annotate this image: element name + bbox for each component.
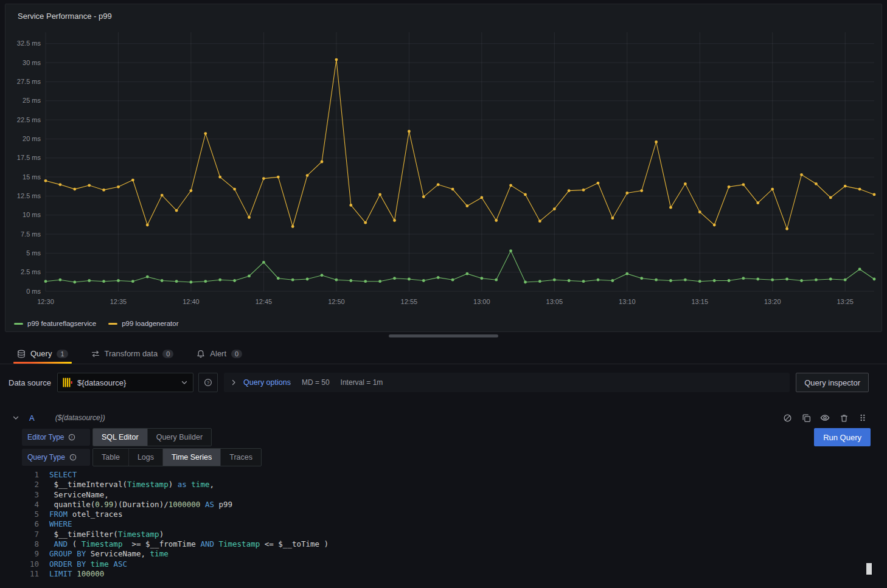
code-text: ORDER BY time ASC bbox=[49, 559, 127, 569]
svg-text:12:45: 12:45 bbox=[256, 298, 273, 305]
query-options-bar[interactable]: Query options MD = 50 Interval = 1m bbox=[224, 373, 790, 392]
code-text: LIMIT 100000 bbox=[49, 569, 104, 579]
editor-type-option-query-builder[interactable]: Query Builder bbox=[147, 429, 211, 446]
sql-code-editor[interactable]: 1SELECT2 $__timeInterval(Timestamp) as t… bbox=[22, 470, 872, 581]
datasource-help-button[interactable]: ? bbox=[198, 373, 218, 392]
code-line-10[interactable]: 10ORDER BY time ASC bbox=[22, 559, 872, 569]
line-number: 2 bbox=[22, 480, 39, 489]
tab-alert[interactable]: Alert 0 bbox=[189, 344, 249, 364]
svg-text:7.5 ms: 7.5 ms bbox=[21, 230, 41, 238]
datasource-value: ${datasource} bbox=[77, 378, 176, 387]
tab-count-badge: 0 bbox=[231, 350, 242, 358]
svg-text:22.5 ms: 22.5 ms bbox=[17, 116, 41, 123]
code-text: quantile(0.99)(Duration)/1000000 AS p99 bbox=[49, 500, 232, 510]
chevron-right-icon bbox=[230, 379, 237, 386]
collapse-chevron-icon[interactable] bbox=[12, 414, 19, 421]
line-number: 4 bbox=[22, 500, 39, 510]
svg-text:32.5 ms: 32.5 ms bbox=[17, 40, 41, 47]
clickhouse-logo-icon bbox=[63, 378, 72, 387]
datasource-picker[interactable]: ${datasource} bbox=[57, 373, 193, 392]
editor-tabs-bar: Query 1 Transform data 0 Alert 0 bbox=[0, 344, 887, 364]
line-number: 8 bbox=[22, 539, 39, 549]
code-line-4[interactable]: 4 quantile(0.99)(Duration)/1000000 AS p9… bbox=[22, 500, 872, 510]
svg-text:20 ms: 20 ms bbox=[23, 135, 41, 142]
query-inspector-button[interactable]: Query inspector bbox=[796, 373, 869, 392]
legend-series-label: p99 loadgenerator bbox=[122, 320, 178, 327]
svg-text:i: i bbox=[72, 435, 73, 439]
code-line-8[interactable]: 8 AND ( Timestamp >= $__fromTime AND Tim… bbox=[22, 539, 872, 549]
tab-query[interactable]: Query 1 bbox=[10, 344, 75, 364]
legend-series-marker bbox=[108, 323, 117, 325]
editor-type-row: Editor Type i SQL EditorQuery Builder bbox=[22, 428, 212, 446]
legend-item[interactable]: p99 loadgenerator bbox=[108, 320, 178, 327]
svg-text:13:00: 13:00 bbox=[473, 298, 490, 305]
chart-legend: p99 featureflagservicep99 loadgenerator bbox=[14, 320, 179, 327]
query-type-row: Query Type i TableLogsTime SeriesTraces bbox=[22, 448, 262, 466]
duplicate-query-button[interactable] bbox=[800, 412, 812, 424]
svg-text:27.5 ms: 27.5 ms bbox=[17, 78, 41, 85]
max-data-points-stat: MD = 50 bbox=[302, 378, 330, 387]
code-line-3[interactable]: 3 ServiceName, bbox=[22, 490, 872, 500]
query-type-option-logs[interactable]: Logs bbox=[128, 449, 162, 466]
panel-resize-handle[interactable] bbox=[389, 334, 498, 337]
code-line-6[interactable]: 6WHERE bbox=[22, 519, 872, 529]
drag-query-handle[interactable] bbox=[857, 412, 869, 424]
code-lines: 1SELECT2 $__timeInterval(Timestamp) as t… bbox=[22, 470, 872, 579]
editor-scrollbar-thumb[interactable] bbox=[866, 563, 872, 575]
trash-icon bbox=[840, 413, 849, 423]
svg-text:2.5 ms: 2.5 ms bbox=[21, 268, 41, 275]
copy-icon bbox=[802, 413, 811, 423]
query-datasource-hint: (${datasource}) bbox=[55, 413, 105, 422]
delete-query-button[interactable] bbox=[838, 412, 850, 424]
svg-text:10 ms: 10 ms bbox=[23, 211, 41, 218]
info-circle-icon: i bbox=[68, 434, 75, 441]
code-text: $__timeFilter(Timestamp) bbox=[49, 530, 164, 539]
editor-type-label-chip: Editor Type i bbox=[22, 429, 90, 446]
svg-text:i: i bbox=[72, 455, 74, 459]
query-type-option-table[interactable]: Table bbox=[93, 449, 128, 466]
timeseries-panel: Service Performance - p99 0 ms2.5 ms5 ms… bbox=[5, 4, 882, 332]
line-number: 5 bbox=[22, 510, 39, 519]
line-number: 7 bbox=[22, 530, 39, 539]
svg-text:12:50: 12:50 bbox=[328, 298, 345, 305]
svg-text:17.5 ms: 17.5 ms bbox=[17, 154, 41, 161]
query-ref-id[interactable]: A bbox=[29, 413, 35, 423]
database-icon bbox=[17, 350, 26, 358]
svg-text:13:25: 13:25 bbox=[837, 298, 854, 305]
transform-icon bbox=[91, 350, 100, 358]
toggle-visibility-button[interactable] bbox=[819, 412, 831, 424]
code-line-9[interactable]: 9GROUP BY ServiceName, time bbox=[22, 549, 872, 559]
timeseries-chart[interactable]: 0 ms2.5 ms5 ms7.5 ms10 ms12.5 ms15 ms17.… bbox=[8, 25, 880, 312]
svg-text:12:35: 12:35 bbox=[110, 298, 127, 305]
query-type-option-time-series[interactable]: Time Series bbox=[162, 449, 220, 466]
editor-type-switch: SQL EditorQuery Builder bbox=[92, 428, 212, 446]
interval-stat: Interval = 1m bbox=[341, 378, 383, 387]
svg-text:0 ms: 0 ms bbox=[26, 288, 41, 295]
query-actions bbox=[781, 412, 869, 424]
query-type-option-traces[interactable]: Traces bbox=[220, 449, 261, 466]
run-query-button[interactable]: Run Query bbox=[814, 428, 871, 446]
query-options-link[interactable]: Query options bbox=[243, 378, 291, 387]
line-number: 11 bbox=[22, 569, 39, 579]
svg-text:12:40: 12:40 bbox=[183, 298, 200, 305]
code-text: GROUP BY ServiceName, time bbox=[49, 549, 169, 559]
legend-item[interactable]: p99 featureflagservice bbox=[14, 320, 96, 327]
code-line-7[interactable]: 7 $__timeFilter(Timestamp) bbox=[22, 530, 872, 539]
code-line-11[interactable]: 11LIMIT 100000 bbox=[22, 569, 872, 579]
svg-text:12:30: 12:30 bbox=[37, 298, 54, 305]
code-line-1[interactable]: 1SELECT bbox=[22, 470, 872, 480]
eye-icon bbox=[820, 413, 830, 423]
editor-type-option-sql-editor[interactable]: SQL Editor bbox=[93, 429, 147, 446]
tab-transform-data[interactable]: Transform data 0 bbox=[84, 344, 181, 364]
code-text: $__timeInterval(Timestamp) as time, bbox=[49, 480, 214, 489]
code-text: WHERE bbox=[49, 519, 72, 529]
svg-text:25 ms: 25 ms bbox=[23, 97, 41, 104]
grip-dots-icon bbox=[858, 413, 867, 422]
disable-query-button[interactable] bbox=[781, 412, 793, 424]
code-line-2[interactable]: 2 $__timeInterval(Timestamp) as time, bbox=[22, 480, 872, 489]
legend-series-label: p99 featureflagservice bbox=[27, 320, 96, 327]
panel-title[interactable]: Service Performance - p99 bbox=[18, 12, 112, 21]
svg-text:15 ms: 15 ms bbox=[23, 173, 41, 181]
tab-label: Query bbox=[30, 349, 52, 358]
code-line-5[interactable]: 5FROM otel_traces bbox=[22, 510, 872, 519]
